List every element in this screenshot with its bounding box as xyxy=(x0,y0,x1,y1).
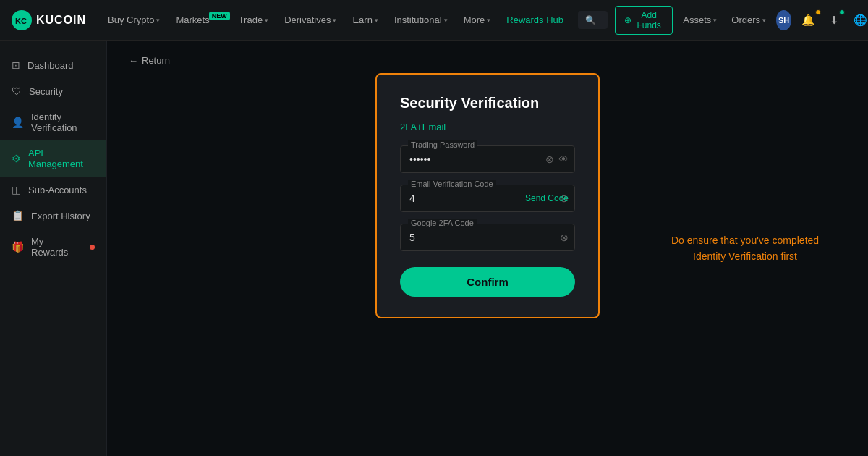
logo[interactable]: KC KUCOIN xyxy=(12,10,86,30)
orders-dropdown[interactable]: Orders ▾ xyxy=(727,12,770,28)
sidebar-item-sub-accounts[interactable]: ◫ Sub-Accounts xyxy=(0,177,106,203)
dashboard-icon: ⊡ xyxy=(12,59,20,71)
trading-password-label: Trading Password xyxy=(408,140,477,149)
confirm-button[interactable]: Confirm xyxy=(400,267,575,297)
google-2fa-label: Google 2FA Code xyxy=(408,219,477,227)
download-icon: ⬇ xyxy=(830,14,839,27)
google-2fa-icons: ⊗ xyxy=(560,232,569,243)
sidebar-item-security[interactable]: 🛡 Security xyxy=(0,78,106,104)
svg-text:KC: KC xyxy=(15,17,27,25)
return-link[interactable]: ← Return xyxy=(129,55,170,66)
email-code-group: Email Verification Code ⊗ Send Code xyxy=(400,185,575,212)
nav-more[interactable]: More ▾ xyxy=(456,10,498,30)
logo-text: KUCOIN xyxy=(36,14,86,27)
avatar[interactable]: SH xyxy=(776,10,791,30)
nav-rewards-hub[interactable]: Rewards Hub xyxy=(499,10,571,30)
content-area: ← Return Security Verification 2FA+Email… xyxy=(107,41,868,456)
sidebar: ⊡ Dashboard 🛡 Security 👤 Identity Verifi… xyxy=(0,41,107,456)
nav-institutional[interactable]: Institutional ▾ xyxy=(387,10,455,30)
api-icon: ⚙ xyxy=(12,153,21,164)
verification-card: Security Verification 2FA+Email Trading … xyxy=(375,73,600,318)
shield-icon: 🛡 xyxy=(12,85,22,97)
email-code-label: Email Verification Code xyxy=(408,180,496,188)
notification-dot xyxy=(815,9,821,15)
clear-2fa-button[interactable]: ⊗ xyxy=(560,232,569,243)
clear-password-button[interactable]: ⊗ xyxy=(545,153,554,165)
nav-buy-crypto[interactable]: Buy Crypto ▾ xyxy=(101,10,167,30)
content-center: ← Return Security Verification 2FA+Email… xyxy=(129,55,846,318)
email-code-field: Email Verification Code ⊗ Send Code xyxy=(400,185,575,212)
download-button[interactable]: ⬇ xyxy=(825,11,843,30)
bell-icon: 🔔 xyxy=(801,14,815,27)
sidebar-item-api[interactable]: ⚙ API Management xyxy=(0,140,106,177)
nav-markets[interactable]: Markets NEW xyxy=(169,10,229,30)
nav-trade[interactable]: Trade ▾ xyxy=(231,10,276,30)
markets-badge: NEW xyxy=(209,12,230,20)
nav-earn[interactable]: Earn ▾ xyxy=(345,10,385,30)
sub-accounts-icon: ◫ xyxy=(12,184,21,195)
sidebar-item-identity[interactable]: 👤 Identity Verification xyxy=(0,104,106,140)
identity-icon: 👤 xyxy=(12,117,24,128)
download-dot xyxy=(839,9,845,15)
sidebar-item-dashboard[interactable]: ⊡ Dashboard xyxy=(0,52,106,78)
side-note: Do ensure that you've completed Identity… xyxy=(665,232,825,265)
nav-derivatives[interactable]: Derivatives ▾ xyxy=(277,10,344,30)
trading-password-icons: ⊗ 👁 xyxy=(545,153,569,165)
google-2fa-input[interactable] xyxy=(401,224,574,250)
send-code-button[interactable]: Send Code xyxy=(525,193,569,203)
google-2fa-group: Google 2FA Code ⊗ xyxy=(400,224,575,251)
trading-password-field: Trading Password ⊗ 👁 xyxy=(400,145,575,173)
card-title: Security Verification xyxy=(400,95,575,111)
nav-links: Buy Crypto ▾ Markets NEW Trade ▾ Derivat… xyxy=(101,10,571,30)
rewards-icon: 🎁 xyxy=(12,241,24,253)
rewards-badge xyxy=(90,245,95,250)
notifications-button[interactable]: 🔔 xyxy=(797,11,820,30)
sidebar-item-rewards[interactable]: 🎁 My Rewards xyxy=(0,229,106,265)
navbar: KC KUCOIN Buy Crypto ▾ Markets NEW Trade… xyxy=(0,0,868,41)
toggle-password-button[interactable]: 👁 xyxy=(558,153,569,165)
sidebar-item-export[interactable]: 📋 Export History xyxy=(0,203,106,229)
globe-button[interactable]: 🌐 xyxy=(849,11,868,30)
globe-icon: 🌐 xyxy=(854,14,867,27)
arrow-left-icon: ← xyxy=(129,55,138,66)
trading-password-group: Trading Password ⊗ 👁 xyxy=(400,145,575,173)
nav-right: ⊕ Add Funds Assets ▾ Orders ▾ SH 🔔 ⬇ 🌐 U… xyxy=(615,6,868,35)
add-funds-button[interactable]: ⊕ Add Funds xyxy=(615,6,673,35)
search-box[interactable]: 🔍 xyxy=(578,11,608,29)
export-icon: 📋 xyxy=(12,210,24,221)
tab-label: 2FA+Email xyxy=(400,122,575,132)
assets-dropdown[interactable]: Assets ▾ xyxy=(678,12,721,28)
google-2fa-field: Google 2FA Code ⊗ xyxy=(400,224,575,251)
search-icon: 🔍 xyxy=(585,15,596,25)
main-layout: ⊡ Dashboard 🛡 Security 👤 Identity Verifi… xyxy=(0,41,868,456)
